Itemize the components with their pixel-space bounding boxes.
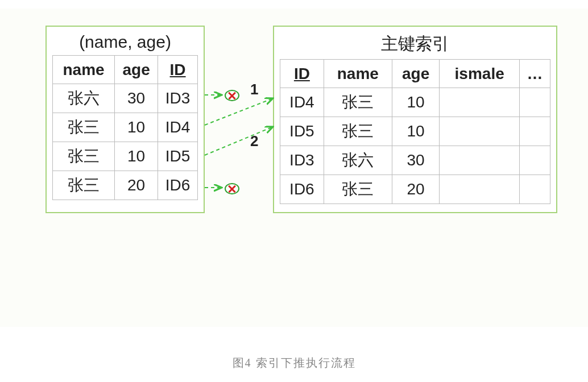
svg-line-2 [205, 127, 273, 155]
table-cell: ID3 [158, 84, 198, 113]
column-header: … [519, 60, 550, 88]
secondary-index-table: nameageID 张六30ID3张三10ID4张三10ID5张三20ID6 [52, 55, 198, 200]
table-cell [519, 146, 550, 175]
table-cell: 10 [115, 113, 158, 142]
column-header: ID [280, 60, 324, 88]
table-cell: 张六 [53, 84, 115, 113]
svg-line-1 [205, 98, 273, 125]
reject-icon [225, 183, 239, 194]
arrow-label-2: 2 [250, 132, 258, 150]
table-cell: 张三 [324, 175, 392, 204]
table-cell [440, 175, 519, 204]
table-cell: ID4 [280, 88, 324, 117]
column-header: ID [158, 56, 198, 84]
table-cell: 10 [392, 117, 440, 146]
table-cell: 张三 [53, 171, 115, 200]
table-cell [519, 175, 550, 204]
table-row: 张三20ID6 [53, 171, 198, 200]
column-header: ismale [440, 60, 519, 88]
table-cell: ID6 [158, 171, 198, 200]
table-cell: 10 [115, 142, 158, 171]
table-row: ID4张三10 [280, 88, 550, 117]
secondary-index-title: (name, age) [47, 27, 204, 55]
table-cell: 张三 [53, 142, 115, 171]
table-cell: 张三 [53, 113, 115, 142]
table-row: 张三10ID5 [53, 142, 198, 171]
column-header: age [392, 60, 440, 88]
table-cell: ID3 [280, 146, 324, 175]
table-cell: 张六 [324, 146, 392, 175]
table-cell [440, 146, 519, 175]
table-cell: 10 [392, 88, 440, 117]
table-cell [440, 88, 519, 117]
table-cell: ID5 [280, 117, 324, 146]
table-cell [519, 88, 550, 117]
column-header: name [324, 60, 392, 88]
table-row: 张三10ID4 [53, 113, 198, 142]
table-row: ID3张六30 [280, 146, 550, 175]
table-row: 张六30ID3 [53, 84, 198, 113]
table-row: ID5张三10 [280, 117, 550, 146]
arrow-label-1: 1 [250, 81, 258, 98]
table-cell: 张三 [324, 117, 392, 146]
table-row: ID6张三20 [280, 175, 550, 204]
reject-icon [225, 90, 239, 101]
column-header: name [53, 56, 115, 84]
table-cell: 张三 [324, 88, 392, 117]
primary-index-table: IDnameageismale… ID4张三10ID5张三10ID3张六30ID… [280, 59, 550, 204]
primary-index-box: 主键索引 IDnameageismale… ID4张三10ID5张三10ID3张… [273, 26, 557, 213]
table-cell: ID4 [158, 113, 198, 142]
table-cell: 30 [115, 84, 158, 113]
secondary-index-box: (name, age) nameageID 张六30ID3张三10ID4张三10… [45, 26, 205, 213]
table-cell: ID5 [158, 142, 198, 171]
figure-caption: 图4 索引下推执行流程 [0, 355, 588, 371]
primary-index-title: 主键索引 [274, 27, 556, 59]
table-cell: 20 [115, 171, 158, 200]
diagram-canvas: (name, age) nameageID 张六30ID3张三10ID4张三10… [0, 9, 588, 327]
table-cell: ID6 [280, 175, 324, 204]
column-header: age [115, 56, 158, 84]
table-cell [440, 117, 519, 146]
table-cell: 30 [392, 146, 440, 175]
table-cell: 20 [392, 175, 440, 204]
table-cell [519, 117, 550, 146]
